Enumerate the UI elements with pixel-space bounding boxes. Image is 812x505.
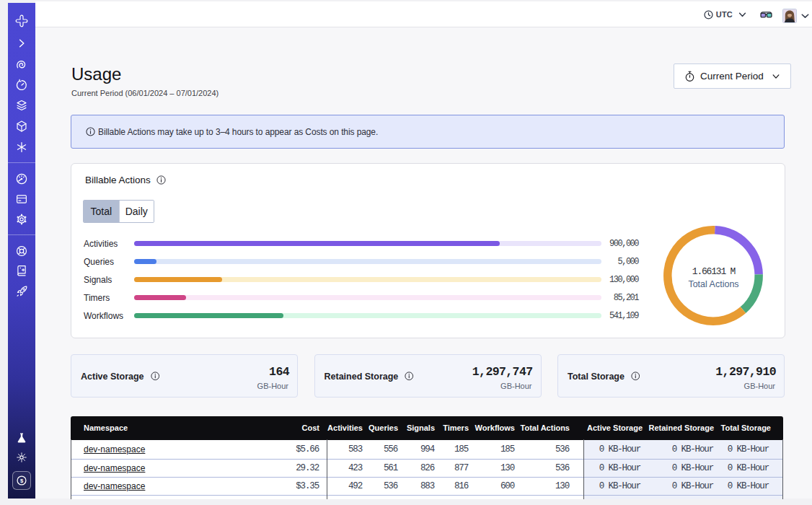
svg-text:$: $ (20, 478, 24, 484)
